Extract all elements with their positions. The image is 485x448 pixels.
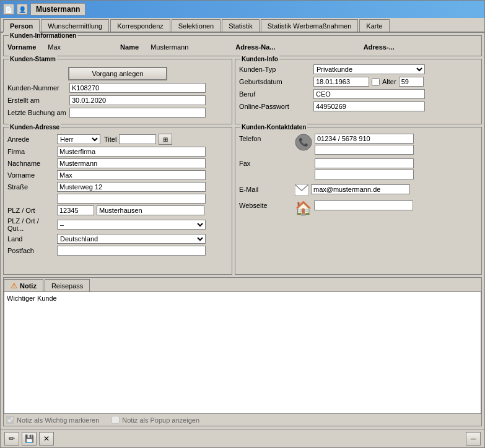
telefon-input-1[interactable] <box>315 134 414 144</box>
erstellt-am-input[interactable] <box>69 95 206 105</box>
warning-icon: ⚠ <box>11 282 17 290</box>
online-passwort-input[interactable] <box>313 101 425 111</box>
bottom-tab-bar: ⚠ Notiz Reisepass <box>4 278 481 291</box>
telefon-row: Telefon 📞 <box>239 134 478 155</box>
geburtsdatum-label: Geburtsdatum <box>239 78 313 85</box>
close-x-button[interactable]: ✕ <box>39 432 54 446</box>
window-title[interactable]: Mustermann <box>30 3 85 15</box>
kunden-informationen-section: Kunden-Informationen Vorname Max Name Mu… <box>3 35 482 56</box>
strasse-label: Straße <box>7 183 57 191</box>
notiz-wichtig-label: Notiz als Wichtig markieren <box>17 416 99 424</box>
anrede-label: Anrede <box>7 136 57 143</box>
tab-reisepass[interactable]: Reisepass <box>45 279 90 291</box>
tab-korrespondenz[interactable]: Korrespondenz <box>110 19 170 32</box>
website-input[interactable] <box>314 200 413 210</box>
land-label: Land <box>7 235 57 243</box>
bottom-section: ⚠ Notiz Reisepass Wichtiger Kunde Notiz … <box>3 277 482 426</box>
strasse-extra-input[interactable] <box>57 194 206 204</box>
notiz-content[interactable]: Wichtiger Kunde <box>4 291 481 414</box>
postfach-label: Postfach <box>7 247 57 254</box>
anrede-row: Anrede Herr Frau Titel ⊞ <box>7 134 228 145</box>
geburtsdatum-input[interactable] <box>313 77 369 87</box>
geburtsdatum-row: Geburtsdatum Alter <box>239 77 478 87</box>
vorgang-anlegen-button[interactable]: Vorgang anlegen <box>68 67 167 80</box>
email-label: E-Mail <box>239 184 295 193</box>
notiz-popup-label: Notiz als Popup anzeigen <box>122 416 199 424</box>
plz-ort-qui-select[interactable]: – <box>57 220 206 230</box>
kunden-stamm-title: Kunden-Stamm <box>9 56 57 62</box>
kunden-adresse-title: Kunden-Adresse <box>9 124 61 131</box>
edit-button[interactable]: ✏ <box>4 432 19 446</box>
email-icon <box>295 184 308 196</box>
tab-statistik-werbemassnahmen[interactable]: Statistik Werbemaßnahmen <box>261 19 359 32</box>
checkbox-row: Notiz als Wichtig markieren Notiz als Po… <box>4 414 481 426</box>
kunden-typ-select[interactable]: Privatkunde <box>313 64 425 74</box>
plz-ort-label: PLZ / Ort <box>7 207 57 214</box>
svg-text:📞: 📞 <box>299 137 309 147</box>
plz-input[interactable] <box>57 205 94 215</box>
tab-selektionen[interactable]: Selektionen <box>172 19 221 32</box>
beruf-label: Beruf <box>239 90 313 98</box>
letzte-buchung-input[interactable] <box>69 108 206 118</box>
plz-ort-row: PLZ / Ort <box>7 205 228 215</box>
notiz-wichtig-checkbox[interactable] <box>6 416 14 424</box>
email-row: E-Mail <box>239 184 478 196</box>
beruf-row: Beruf <box>239 89 478 99</box>
beruf-input[interactable] <box>313 89 425 99</box>
tab-person[interactable]: Person <box>3 19 40 33</box>
email-input[interactable] <box>311 184 410 194</box>
tab-karte[interactable]: Karte <box>359 19 389 32</box>
tab-statistik[interactable]: Statistik <box>222 19 260 32</box>
strasse-input[interactable] <box>57 182 206 192</box>
kunden-info-right-title: Kunden-Info <box>240 56 279 62</box>
kunden-nummer-input[interactable] <box>69 83 206 93</box>
geburtsdatum-checkbox[interactable] <box>372 78 380 86</box>
letzte-buchung-row: Letzte Buchung am <box>7 108 228 118</box>
tab-notiz[interactable]: ⚠ Notiz <box>4 279 43 291</box>
main-tab-bar: Person Wunschermittlung Korrespondenz Se… <box>1 18 484 33</box>
kunden-info-row: Vorname Max Name Mustermann Adress-Na...… <box>7 41 478 52</box>
titel-input[interactable] <box>119 134 156 144</box>
main-content: Kunden-Informationen Vorname Max Name Mu… <box>1 33 484 429</box>
notiz-popup-checkbox[interactable] <box>111 416 120 424</box>
strasse-row: Straße <box>7 182 228 192</box>
land-row: Land Deutschland <box>7 234 228 244</box>
postfach-input[interactable] <box>57 246 206 256</box>
minimize-button[interactable]: ─ <box>466 432 481 446</box>
middle-sections: Kunden-Stamm Vorgang anlegen Kunden-Numm… <box>3 59 482 124</box>
fax-input-2[interactable] <box>315 170 414 179</box>
alter-input[interactable] <box>399 77 424 87</box>
copy-button[interactable]: ⊞ <box>159 134 172 145</box>
notiz-tab-label: Notiz <box>20 282 37 290</box>
tab-wunschermittlung[interactable]: Wunschermittlung <box>41 19 109 32</box>
firma-row: Firma <box>7 147 228 157</box>
fax-inputs <box>315 158 478 179</box>
kunden-typ-row: Kunden-Typ Privatkunde <box>239 64 478 74</box>
notiz-popup-item: Notiz als Popup anzeigen <box>111 416 199 424</box>
website-label: Webseite <box>239 200 295 209</box>
firma-input[interactable] <box>57 147 206 157</box>
telefon-input-2[interactable] <box>315 145 414 155</box>
fax-input-1[interactable] <box>315 158 414 168</box>
vorname-addr-input[interactable] <box>57 170 206 180</box>
ort-input[interactable] <box>97 205 204 215</box>
nachname-row: Nachname <box>7 158 228 168</box>
notiz-wichtig-item: Notiz als Wichtig markieren <box>6 416 99 424</box>
address-contact-sections: Kunden-Adresse Anrede Herr Frau Titel ⊞ … <box>3 127 482 275</box>
anrede-select[interactable]: Herr Frau <box>57 134 100 144</box>
fax-row: Fax <box>239 158 478 179</box>
name-label: Name <box>120 43 139 51</box>
nachname-input[interactable] <box>57 158 206 168</box>
kunden-informationen-title: Kunden-Informationen <box>9 33 77 39</box>
kunden-kontakt-section: Kunden-Kontaktdaten Telefon 📞 <box>235 127 482 275</box>
phone-icon: 📞 <box>295 134 312 151</box>
window-icon-2[interactable]: 👤 <box>17 4 28 15</box>
online-passwort-label: Online-Passwort <box>239 103 313 110</box>
save-button[interactable]: 💾 <box>22 432 37 446</box>
plz-ort-qui-row: PLZ / Ort / Qui... – <box>7 217 228 232</box>
close-x-icon: ✕ <box>43 434 50 443</box>
window-icon-1[interactable]: 📄 <box>3 4 14 15</box>
edit-icon: ✏ <box>9 434 15 443</box>
land-select[interactable]: Deutschland <box>57 234 206 244</box>
vorname-addr-label: Vorname <box>7 171 57 179</box>
